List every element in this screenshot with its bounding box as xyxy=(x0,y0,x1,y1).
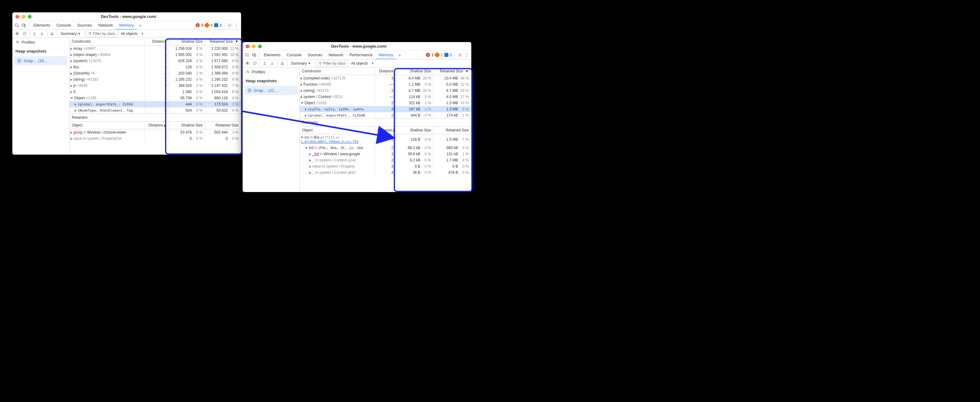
minimize-icon[interactable] xyxy=(252,45,256,48)
table-row[interactable]: Xd in {FOc, HOa, VC, jo, Sbd298.3 kB0 %6… xyxy=(300,145,471,151)
gc-icon[interactable] xyxy=(49,30,55,37)
tab-console[interactable]: Console xyxy=(54,21,75,29)
status-badges[interactable]: ✕1 1 1 xyxy=(426,53,452,57)
clear-icon[interactable] xyxy=(21,30,28,37)
table-row[interactable]: value in system / PropertyCel200 %00 % xyxy=(70,136,241,142)
col-shallow[interactable]: Shallow Size xyxy=(169,38,205,45)
sidebar-snapshot[interactable]: Snap… (16.… xyxy=(14,56,67,65)
distance-cell: 3 xyxy=(375,163,396,169)
inspect-icon[interactable] xyxy=(244,52,251,59)
table-row[interactable]: (string) ×4725321 295 2328 %1 295 2328 % xyxy=(70,77,241,83)
table-row[interactable]: _ in system / Context @14228.2 kB0 %1.7 … xyxy=(300,157,471,163)
table-row[interactable]: (object shape) ×3040421 555 0329 %1 592 … xyxy=(70,52,241,58)
more-tabs-icon[interactable]: » xyxy=(396,52,403,59)
gc-icon[interactable] xyxy=(279,60,286,67)
col-constructor[interactable]: Constructor xyxy=(70,38,145,45)
tab-performance[interactable]: Performance xyxy=(347,51,375,59)
device-icon[interactable] xyxy=(21,22,27,29)
kebab-icon[interactable]: ⋮ xyxy=(233,22,240,29)
table-row[interactable]: value in system / Property30 B0 %0 B0 % xyxy=(300,163,471,169)
table-row[interactable]: {global, exportPath_, CLOSUR2444 B0 %174… xyxy=(300,112,471,118)
tab-console[interactable]: Console xyxy=(284,51,305,59)
table-row[interactable]: (system) ×130702626 2044 %1 571 6809 % xyxy=(70,58,241,64)
table-row[interactable]: jn ×94364389 9202 %1 147 4327 % xyxy=(70,83,241,89)
zoom-icon[interactable] xyxy=(258,45,262,48)
zoom-icon[interactable] xyxy=(28,15,32,19)
settings-icon[interactable] xyxy=(226,22,233,29)
sidebar: Profiles Heap snapshots Snap… (16.… xyxy=(12,38,70,155)
scope-dropdown[interactable]: All objects xyxy=(349,61,370,65)
table-row[interactable]: Object ×1195285 7080 %660 1164 % xyxy=(70,95,241,101)
distance-cell: 1 xyxy=(145,129,169,136)
col-constructor[interactable]: Constructor xyxy=(300,67,375,75)
table-row[interactable]: system / Context ×3013—114 kB0 %4.0 MB17… xyxy=(300,94,471,100)
distance-cell: 3 xyxy=(375,134,396,145)
rcol-object[interactable]: Object xyxy=(70,121,145,129)
object-cell: Xd in {FOc, HOa, VC, jo, Sbd xyxy=(300,145,375,151)
tab-sources[interactable]: Sources xyxy=(74,21,95,29)
download-icon[interactable] xyxy=(269,60,276,67)
table-row[interactable]: S71 5800 %1 054 4166 % xyxy=(70,89,241,95)
device-icon[interactable] xyxy=(251,52,258,59)
status-badges[interactable]: ✕5 9 2 xyxy=(196,23,221,27)
table-row[interactable]: Object ×16182321 kB1 %2.3 MB10 % xyxy=(300,100,471,106)
table-row[interactable]: _hd in Window / www.google139.8 kB0 %131… xyxy=(300,151,471,157)
col-shallow[interactable]: Shallow Size xyxy=(396,67,434,75)
view-dropdown[interactable]: Summary ▼ xyxy=(59,32,83,36)
table-row[interactable]: {sy1fu, sy2ly, sy39n, sy4fm,4197 kB1 %1.… xyxy=(300,106,471,112)
tab-elements[interactable]: Elements xyxy=(261,51,284,59)
sidebar-section-heap: Heap snapshots xyxy=(12,47,69,56)
col-distance[interactable]: Distance xyxy=(375,67,396,75)
table-row[interactable]: (string) ×4317024.7 MB20 %4.7 MB20 % xyxy=(300,88,471,94)
download-icon[interactable] xyxy=(39,30,45,37)
tab-network[interactable]: Network xyxy=(325,51,347,59)
table-row[interactable]: _ in system / Context @607436 B0 %476 B0… xyxy=(300,169,471,175)
table-row[interactable]: {SdcwHb} ×84203 0401 %1 369 0848 % xyxy=(70,70,241,77)
inspect-icon[interactable] xyxy=(14,22,21,29)
record-icon[interactable] xyxy=(14,30,21,37)
rcol-distance[interactable]: Distance▲ xyxy=(145,121,169,129)
tab-elements[interactable]: Elements xyxy=(30,21,54,29)
table-row[interactable]: lKa31280 %1 509 8729 % xyxy=(70,64,241,70)
rcol-shallow[interactable]: Shallow Size xyxy=(396,126,434,134)
table-row[interactable]: goog in Window / chrome-exten153 4760 %5… xyxy=(70,129,241,136)
settings-icon[interactable] xyxy=(457,52,463,59)
class-filter[interactable]: Filter by class xyxy=(316,60,348,67)
kebab-icon[interactable]: ⋮ xyxy=(463,52,470,59)
sidebar-profiles[interactable]: Profiles xyxy=(243,67,299,77)
table-row[interactable]: oa in lKa @177115 ▭c,dtl0hd,eHDfl,YV5bee… xyxy=(300,134,471,145)
sidebar-profiles[interactable]: Profiles xyxy=(12,38,69,47)
col-distance[interactable]: Distance xyxy=(145,38,169,45)
minimize-icon[interactable] xyxy=(22,15,25,19)
view-dropdown[interactable]: Summary ▼ xyxy=(289,61,313,65)
table-row[interactable]: Array ×4349721 256 0248 %2 220 00013 % xyxy=(70,45,241,52)
tab-memory[interactable]: Memory xyxy=(116,21,137,29)
tab-network[interactable]: Network xyxy=(95,21,116,29)
tab-memory[interactable]: Memory xyxy=(375,51,396,59)
upload-icon[interactable] xyxy=(31,30,38,37)
table-row[interactable]: (compiled code) ×10717636.4 MB28 %10.4 M… xyxy=(300,75,471,81)
constructor-cell: Function ×34385 xyxy=(300,81,375,88)
upload-icon[interactable] xyxy=(261,60,268,67)
rcol-retained[interactable]: Retained Size xyxy=(205,121,241,129)
scope-dropdown[interactable]: All objects xyxy=(119,32,140,36)
col-retained[interactable]: Retained Size ▼ xyxy=(433,67,471,75)
rcol-shallow[interactable]: Shallow Size xyxy=(169,121,205,129)
col-retained[interactable]: Retained Size ▼ xyxy=(205,38,241,45)
rcol-retained[interactable]: Retained Size xyxy=(433,126,471,134)
distance-cell: — xyxy=(375,81,396,88)
table-row[interactable]: Function ×34385—1.1 MB5 %5.0 MB22 % xyxy=(300,81,471,88)
table-row[interactable]: {NodeType, HtmlElement, Tag35040 %53 632… xyxy=(70,107,241,113)
tab-sources[interactable]: Sources xyxy=(304,51,325,59)
sidebar-snapshot[interactable]: Snap… (22.… xyxy=(245,86,298,95)
rcol-object[interactable]: Object xyxy=(300,126,375,134)
class-filter[interactable]: Filter by class xyxy=(86,30,118,37)
close-icon[interactable] xyxy=(246,45,250,48)
table-row[interactable]: {global, exportPath_, CLOSU24440 %173 52… xyxy=(70,101,241,107)
more-tabs-icon[interactable]: » xyxy=(137,22,144,29)
retainers-header: Retainers xyxy=(70,113,241,121)
rcol-distance[interactable]: Distance▲ xyxy=(375,126,396,134)
record-icon[interactable] xyxy=(244,60,251,67)
clear-icon[interactable] xyxy=(251,60,258,67)
close-icon[interactable] xyxy=(16,15,19,19)
